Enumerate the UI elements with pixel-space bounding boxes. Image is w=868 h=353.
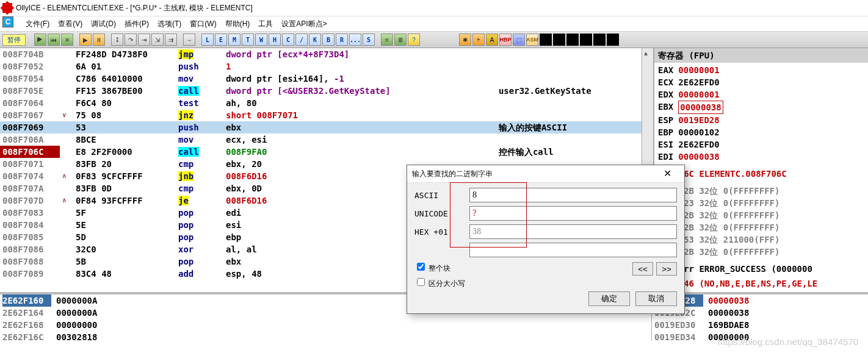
disasm-row[interactable]: 008F706CE8 2F2F0000call008F9FA0控件输入call: [0, 146, 653, 158]
eflags-line: 0200246 (NO,NB,E,BE,NS,PE,GE,LE: [654, 277, 868, 290]
toolbar-window-t-button[interactable]: T: [242, 34, 254, 46]
toolbar-blackbox: [540, 34, 552, 46]
menu-debug[interactable]: 调试(D): [91, 16, 116, 31]
toolbar-rununtil-icon[interactable]: ⇉: [165, 34, 177, 46]
eip-line: 08F706C ELEMENTC.008F706C: [654, 168, 868, 180]
disasm-row[interactable]: 008F7064F6C4 80testah, 80: [0, 97, 653, 109]
mdi-icon[interactable]: C: [2, 16, 13, 27]
register-row[interactable]: EDX 00000001: [658, 88, 868, 101]
debug-status: 暂停: [2, 34, 26, 46]
disasm-row[interactable]: 008F706A8BCEmovecx, esi: [0, 134, 653, 146]
toolbar-blackbox: [607, 34, 619, 46]
menu-api[interactable]: 设置API断点>: [281, 16, 327, 31]
hex-label: HEX +01: [414, 227, 463, 237]
lasterr-line: LastErr ERROR_SUCCESS (0000000: [654, 263, 868, 275]
disasm-row[interactable]: 008F7054C786 64010000movdword ptr [esi+1…: [0, 73, 653, 85]
toolbar-help-icon[interactable]: ?: [408, 34, 420, 46]
register-row[interactable]: EBX 00000038: [658, 101, 868, 114]
disasm-row[interactable]: 008F705EFF15 3867BE00calldword ptr [<&US…: [0, 85, 653, 97]
toolbar-window-k-button[interactable]: K: [309, 34, 321, 46]
registers-title: 寄存器 (FPU): [654, 48, 868, 63]
toolbar-plugin4-icon[interactable]: ⬚: [513, 34, 525, 46]
menu-window[interactable]: 窗口(W): [190, 16, 216, 31]
toolbar-window-c-button[interactable]: C: [282, 34, 294, 46]
toolbar-plugin1-icon[interactable]: ✱: [459, 34, 471, 46]
hex-input[interactable]: [469, 224, 677, 239]
dialog-title: 输入要查找的二进制字串: [412, 165, 493, 182]
toolbar-window-m-button[interactable]: M: [228, 34, 241, 46]
toolbar-window-...-button[interactable]: ...: [349, 34, 361, 46]
menu-options[interactable]: 选项(T): [157, 16, 181, 31]
register-row[interactable]: EDI 00000038: [658, 151, 868, 163]
segment-row: CS 0023 32位 0(FFFFFFFF): [658, 197, 868, 209]
toolbar-hbp-icon[interactable]: HBP: [499, 34, 512, 46]
prev-button[interactable]: <<: [632, 262, 653, 276]
toolbar-window-r-button[interactable]: R: [336, 34, 348, 46]
menu-file[interactable]: 文件(F): [26, 16, 49, 31]
toolbar-plugin3-icon[interactable]: A: [486, 34, 498, 46]
toolbar-asm-icon[interactable]: ASM: [526, 34, 538, 46]
cancel-button[interactable]: 取消: [635, 291, 677, 306]
toolbar-rewind-icon[interactable]: ⏮: [48, 34, 60, 46]
menu-plugins[interactable]: 插件(P): [125, 16, 149, 31]
toolbar-window-l-button[interactable]: L: [201, 34, 214, 46]
stack-row[interactable]: 0019ED2C00000038: [654, 307, 868, 319]
toolbar-plugin2-icon[interactable]: ⌖: [472, 34, 485, 46]
menu-tools[interactable]: 工具: [258, 16, 273, 31]
register-row[interactable]: ESI 2E62EFD0: [658, 138, 868, 151]
toolbar-list1-icon[interactable]: ≡: [381, 34, 393, 46]
app-icon: [2, 3, 12, 13]
toolbar-stepinto-icon[interactable]: ↧: [111, 34, 123, 46]
unicode-input[interactable]: [469, 206, 677, 221]
menu-help[interactable]: 帮助(H): [225, 16, 250, 31]
toolbar: 暂停 ⯈ ⏮ ✕ ▶ ⏸ ↧ ↷ ⇥ ⇲ ⇉ → LEMTWHC/KBR...S…: [0, 32, 868, 48]
dump-row[interactable]: 2E62F16800000000: [2, 319, 651, 331]
menu-view[interactable]: 查看(V): [58, 16, 82, 31]
stack-row[interactable]: 0019ED30169BDAE8: [654, 319, 868, 331]
dialog-close-icon[interactable]: ✕: [655, 165, 679, 182]
toolbar-window-w-button[interactable]: W: [255, 34, 267, 46]
extra-input[interactable]: [469, 243, 677, 257]
ascii-input[interactable]: [469, 188, 677, 202]
toolbar-list2-icon[interactable]: ≣: [394, 34, 407, 46]
next-button[interactable]: >>: [656, 262, 677, 276]
toolbar-blackbox: [593, 34, 606, 46]
ok-button[interactable]: 确定: [588, 291, 630, 306]
toolbar-open-icon[interactable]: ⯈: [34, 34, 46, 46]
segment-row: FS 0053 32位 211000(FFF): [658, 234, 868, 246]
toolbar-blackbox: [566, 34, 579, 46]
ascii-label: ASCII: [414, 191, 463, 200]
toolbar-stepover-icon[interactable]: ↷: [125, 34, 137, 46]
disasm-row[interactable]: 008F706953pushebx输入的按键ASCII: [0, 121, 653, 134]
dump-row[interactable]: 2E62F16C00302818: [2, 331, 651, 341]
checkbox-case-sensitive[interactable]: 区分大小写: [414, 276, 677, 289]
unicode-label: UNICODE: [414, 209, 463, 218]
toolbar-close-icon[interactable]: ✕: [61, 34, 73, 46]
segment-row: SS 002B 32位 0(FFFFFFFF): [658, 209, 868, 221]
disasm-row[interactable]: 008F704BFF248D D4738F0jmpdword ptr [ecx*…: [0, 48, 653, 60]
titlebar: OllyICE - ELEMENTCLIENT.EXE - [*G.P.U* -…: [0, 0, 868, 16]
toolbar-run-icon[interactable]: ▶: [79, 34, 92, 46]
toolbar-window-e-button[interactable]: E: [215, 34, 227, 46]
toolbar-blackbox: [580, 34, 592, 46]
register-row[interactable]: EAX 00000001: [658, 64, 868, 76]
register-row[interactable]: ESP 0019ED28: [658, 114, 868, 126]
toolbar-window-b-button[interactable]: B: [322, 34, 335, 46]
toolbar-pause-icon[interactable]: ⏸: [93, 34, 105, 46]
segment-row: GS 002B 32位 0(FFFFFFFF): [658, 246, 868, 258]
disasm-row[interactable]: 008F70526A 01push1: [0, 60, 653, 73]
segment-row: DS 002B 32位 0(FFFFFFFF): [658, 221, 868, 234]
toolbar-window-/-button[interactable]: /: [295, 34, 308, 46]
toolbar-window-s-button[interactable]: S: [363, 34, 375, 46]
toolbar-goto-icon[interactable]: →: [183, 34, 195, 46]
register-row[interactable]: EBP 00000102: [658, 126, 868, 138]
menubar: C 文件(F) 查看(V) 调试(D) 插件(P) 选项(T) 窗口(W) 帮助…: [0, 16, 868, 32]
stack-row[interactable]: 0019ED3400000000: [654, 331, 868, 341]
stack-row[interactable]: 0019ED2800000038: [654, 294, 868, 307]
disasm-row[interactable]: 008F7067∨75 08jnzshort 008F7071: [0, 109, 653, 121]
registers-pane[interactable]: 寄存器 (FPU) EAX 00000001ECX 2E62EFD0EDX 00…: [654, 48, 868, 292]
toolbar-tracein-icon[interactable]: ⇲: [151, 34, 164, 46]
register-row[interactable]: ECX 2E62EFD0: [658, 76, 868, 88]
toolbar-trace-icon[interactable]: ⇥: [138, 34, 150, 46]
toolbar-window-h-button[interactable]: H: [269, 34, 281, 46]
